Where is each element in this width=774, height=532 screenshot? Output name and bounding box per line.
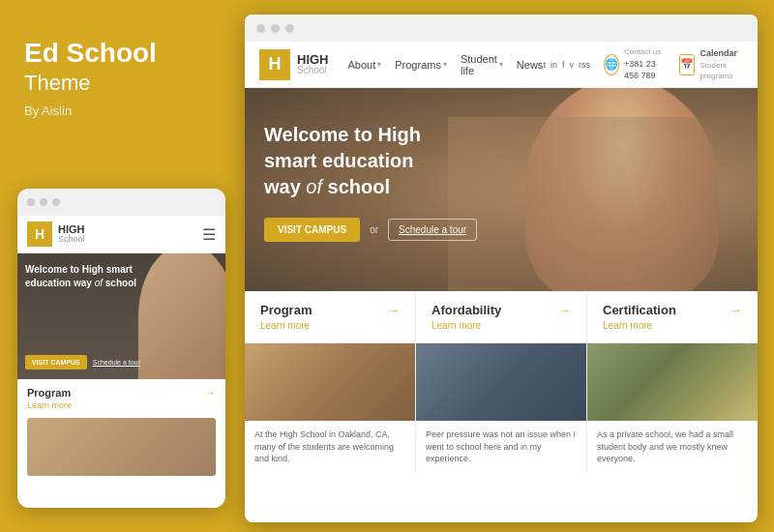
blog-image-3 [587, 343, 758, 421]
mobile-logo-text: HIGH School [58, 224, 85, 244]
title-text: Ed School [24, 39, 213, 69]
feature-item-certification: Certification → Learn more [587, 291, 758, 342]
features-row: Program → Learn more Afordability → Lear… [245, 291, 758, 343]
mobile-program-title: Program [27, 387, 71, 399]
calendar-icon: 📅 [679, 54, 695, 75]
mobile-nav: H HIGH School ☰ [17, 216, 225, 253]
desktop-nav-left: H HIGH School About ▾ Programs ▾ Stu [259, 49, 543, 80]
desktop-dot-2 [271, 24, 280, 33]
student-life-caret-icon: ▾ [499, 60, 503, 69]
blog-text-1: At the High School in Oakland, CA, many … [245, 421, 415, 473]
mobile-mockup: H HIGH School ☰ Welcome to High smart ed… [17, 189, 225, 508]
blog-text-3: As a private school, we had a small stud… [587, 421, 758, 473]
feature-certification-learn[interactable]: Learn more [603, 320, 742, 331]
mobile-program-row: Program → [27, 387, 216, 399]
blog-item-2: Peer pressure was not an issue when I we… [416, 343, 587, 473]
hero-or-text: or [370, 224, 378, 235]
desktop-top-bar [245, 15, 758, 42]
desktop-hero-title: Welcome to Highsmart educationway of sch… [264, 122, 477, 200]
twitter-icon[interactable]: t [543, 60, 546, 70]
desktop-dot-1 [256, 24, 265, 33]
mobile-top-bar [17, 189, 225, 216]
left-panel: Ed School Theme By Aislin H HIGH School … [0, 0, 237, 532]
blog-text-2: Peer pressure was not an issue when I we… [416, 421, 586, 473]
visit-campus-button[interactable]: VISIT CAMPUS [264, 218, 360, 242]
mobile-visit-button[interactable]: VISIT CAMPUS [25, 355, 87, 369]
mobile-image-strip [27, 418, 216, 476]
feature-certification-arrow-icon: → [729, 303, 742, 317]
feature-item-program: Program → Learn more [245, 291, 416, 342]
vimeo-icon[interactable]: v [569, 60, 574, 70]
mobile-hero: Welcome to High smart education way of s… [17, 253, 225, 379]
mobile-logo: H HIGH School [27, 222, 85, 247]
mobile-hero-image [138, 253, 225, 379]
nav-contact: 🌐 Contact us +381 23 456 789 [604, 46, 667, 81]
blog-image-2 [416, 343, 586, 421]
mobile-dot-1 [27, 198, 35, 206]
feature-program-title: Program [260, 303, 312, 317]
blog-image-1 [245, 343, 415, 421]
feature-affordability-arrow-icon: → [558, 303, 571, 317]
nav-calendar: 📅 Calendar Student programs [679, 47, 743, 81]
programs-caret-icon: ▾ [443, 60, 447, 69]
menu-item-programs[interactable]: Programs ▾ [395, 59, 447, 71]
author-text: By Aislin [24, 103, 213, 118]
mobile-arrow-icon: → [205, 387, 216, 399]
schedule-tour-button[interactable]: Schedule a tour [388, 219, 477, 241]
theme-title: Ed School Theme [24, 39, 213, 96]
globe-icon: 🌐 [604, 54, 619, 75]
feature-affordability-learn[interactable]: Learn more [432, 320, 571, 331]
menu-item-about[interactable]: About ▾ [348, 59, 382, 71]
blog-item-3: As a private school, we had a small stud… [587, 343, 758, 473]
nav-calendar-text: Calendar Student programs [700, 47, 743, 81]
blog-section: At the High School in Oakland, CA, many … [245, 343, 758, 473]
desktop-mockup: H HIGH School About ▾ Programs ▾ Stu [245, 15, 758, 522]
about-caret-icon: ▾ [377, 60, 381, 69]
desktop-hero-content: Welcome to Highsmart educationway of sch… [264, 122, 477, 242]
feature-program-learn[interactable]: Learn more [260, 320, 400, 331]
mobile-logo-square: H [27, 222, 52, 247]
facebook-icon[interactable]: f [562, 60, 565, 70]
mobile-dot-3 [52, 198, 60, 206]
desktop-nav: H HIGH School About ▾ Programs ▾ Stu [245, 42, 758, 88]
feature-program-arrow-icon: → [387, 303, 400, 317]
desktop-main-menu: About ▾ Programs ▾ Student life ▾ News [348, 53, 544, 76]
desktop-logo-text: HIGH School [297, 53, 329, 75]
mobile-learn-more[interactable]: Learn more [27, 400, 216, 410]
desktop-nav-right: t in f v rss 🌐 Contact us +381 23 456 78… [543, 46, 743, 81]
feature-item-affordability: Afordability → Learn more [416, 291, 587, 342]
desktop-logo-square: H [259, 49, 290, 80]
feature-certification-title: Certification [603, 303, 676, 317]
desktop-hero-buttons: VISIT CAMPUS or Schedule a tour [264, 218, 477, 242]
mobile-content: Program → Learn more [17, 379, 225, 484]
mobile-schedule-button[interactable]: Schedule a tour [93, 359, 140, 366]
feature-affordability-title: Afordability [432, 303, 501, 317]
mobile-dot-2 [40, 198, 47, 206]
mobile-hero-buttons: VISIT CAMPUS Schedule a tour [25, 355, 140, 369]
blog-item-1: At the High School in Oakland, CA, many … [245, 343, 416, 473]
desktop-logo: H HIGH School [259, 49, 329, 80]
hamburger-menu[interactable]: ☰ [202, 225, 216, 244]
rss-icon[interactable]: rss [579, 60, 590, 70]
desktop-hero: Welcome to Highsmart educationway of sch… [245, 88, 758, 291]
hero-students-image [448, 117, 758, 291]
nav-contact-text: Contact us +381 23 456 789 [624, 46, 667, 81]
subtitle-text: Theme [24, 71, 213, 96]
desktop-dot-3 [285, 24, 294, 33]
social-icons-group: t in f v rss [543, 60, 590, 70]
linkedin-icon[interactable]: in [551, 60, 557, 70]
mobile-hero-text: Welcome to High smart education way of s… [25, 263, 141, 290]
menu-item-student-life[interactable]: Student life ▾ [461, 53, 503, 76]
menu-item-news[interactable]: News [517, 59, 544, 71]
